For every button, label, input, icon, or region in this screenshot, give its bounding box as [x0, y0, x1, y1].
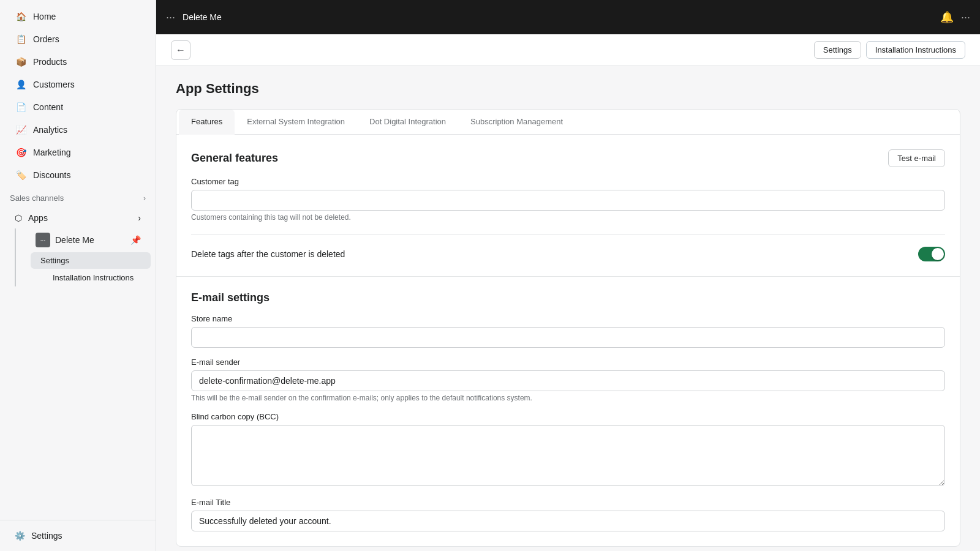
topbar-right: 🔔 ··· — [940, 10, 970, 24]
settings-button[interactable]: Settings — [814, 41, 861, 59]
secondary-bar: ← Settings Installation Instructions — [156, 34, 980, 66]
apps-icon: ⬡ — [15, 213, 22, 223]
sidebar-item-analytics[interactable]: 📈 Analytics — [5, 119, 151, 141]
topbar-dots-icon: ··· — [166, 11, 175, 24]
products-icon: 📦 — [15, 56, 27, 68]
sidebar-item-content[interactable]: 📄 Content — [5, 96, 151, 118]
sidebar-item-label: Marketing — [33, 148, 70, 157]
sidebar-sales-channels[interactable]: Sales channels › — [0, 189, 156, 208]
tab-external[interactable]: External System Integration — [235, 110, 357, 135]
indent-content: ··· Delete Me 📌 Settings Installation In… — [21, 228, 156, 287]
email-settings-section: E-mail settings Store name E-mail sender… — [176, 277, 960, 546]
customer-tag-input[interactable] — [191, 190, 945, 211]
settings-bottom-icon: ⚙️ — [15, 531, 25, 541]
settings-card: Features External System Integration Dot… — [176, 109, 960, 547]
analytics-icon: 📈 — [15, 124, 27, 136]
tab-dot[interactable]: Dot Digital Integration — [357, 110, 458, 135]
sidebar-item-products[interactable]: 📦 Products — [5, 51, 151, 73]
tabs: Features External System Integration Dot… — [176, 110, 960, 135]
pin-icon: 📌 — [130, 235, 141, 245]
sidebar-item-orders[interactable]: 📋 Orders — [5, 28, 151, 50]
sidebar-bottom: ⚙️ Settings — [0, 520, 156, 551]
sidebar-item-label: Products — [33, 57, 67, 67]
sidebar-item-discounts[interactable]: 🏷️ Discounts — [5, 164, 151, 186]
sidebar-item-installation-instructions[interactable]: Installation Instructions — [31, 269, 151, 286]
installation-instructions-button[interactable]: Installation Instructions — [866, 41, 965, 59]
marketing-icon: 🎯 — [15, 146, 27, 159]
email-title-input[interactable] — [191, 511, 945, 531]
store-name-label: Store name — [191, 314, 945, 323]
sidebar-item-label: Content — [33, 102, 63, 112]
email-title-label: E-mail Title — [191, 498, 945, 507]
bell-icon[interactable]: 🔔 — [940, 10, 954, 24]
sidebar-item-label: Orders — [33, 34, 59, 44]
sidebar-item-settings-bottom[interactable]: ⚙️ Settings — [5, 526, 151, 545]
delete-me-app-icon: ··· — [36, 233, 50, 247]
email-settings-title: E-mail settings — [191, 291, 945, 304]
store-name-input[interactable] — [191, 327, 945, 348]
content-icon: 📄 — [15, 101, 27, 113]
customer-tag-label: Customer tag — [191, 177, 945, 186]
page-title: App Settings — [176, 81, 960, 97]
customer-tag-helper: Customers containing this tag will not b… — [191, 213, 945, 222]
chevron-icon: › — [143, 194, 146, 203]
delete-tags-toggle[interactable] — [918, 247, 945, 261]
sidebar-item-home[interactable]: 🏠 Home — [5, 6, 151, 28]
topbar-app-name: Delete Me — [183, 12, 222, 22]
sidebar-item-label: Customers — [33, 80, 75, 89]
bcc-label: Blind carbon copy (BCC) — [191, 412, 945, 421]
sidebar-item-customers[interactable]: 👤 Customers — [5, 73, 151, 96]
sidebar-apps[interactable]: ⬡ Apps › — [5, 208, 151, 228]
general-features-section: General features Test e-mail Customer ta… — [176, 135, 960, 261]
discounts-icon: 🏷️ — [15, 169, 27, 181]
apps-expanded: ··· Delete Me 📌 Settings Installation In… — [0, 228, 156, 287]
test-email-button[interactable]: Test e-mail — [888, 149, 945, 167]
back-button[interactable]: ← — [171, 40, 190, 60]
email-sender-input[interactable] — [191, 370, 945, 391]
home-icon: 🏠 — [15, 10, 27, 23]
indent-bar — [15, 228, 16, 287]
divider — [191, 234, 945, 234]
sidebar-item-label: Analytics — [33, 125, 67, 135]
chevron-icon: › — [138, 213, 141, 223]
topbar: ··· Delete Me 🔔 ··· — [156, 0, 980, 34]
email-sender-helper: This will be the e-mail sender on the co… — [191, 394, 945, 402]
tab-subscription[interactable]: Subscription Management — [458, 110, 575, 135]
email-sender-label: E-mail sender — [191, 358, 945, 367]
sidebar-delete-me[interactable]: ··· Delete Me 📌 — [26, 229, 151, 251]
general-features-title: General features Test e-mail — [191, 149, 945, 167]
delete-tags-row: Delete tags after the customer is delete… — [191, 247, 945, 261]
main-area: ··· Delete Me 🔔 ··· ← Settings Installat… — [156, 0, 980, 551]
content-area: App Settings Features External System In… — [156, 66, 980, 551]
sidebar-item-marketing[interactable]: 🎯 Marketing — [5, 141, 151, 163]
sidebar-item-label: Discounts — [33, 170, 70, 180]
sidebar-nav: 🏠 Home 📋 Orders 📦 Products 👤 Customers 📄… — [0, 0, 156, 520]
orders-icon: 📋 — [15, 33, 27, 45]
delete-me-subnav: Settings Installation Instructions — [21, 252, 156, 287]
delete-tags-label: Delete tags after the customer is delete… — [191, 249, 345, 259]
toggle-knob — [932, 248, 944, 260]
sidebar: 🏠 Home 📋 Orders 📦 Products 👤 Customers 📄… — [0, 0, 156, 551]
secondary-bar-actions: Settings Installation Instructions — [814, 41, 965, 59]
sidebar-item-label: Home — [33, 12, 56, 21]
more-icon[interactable]: ··· — [961, 11, 970, 24]
bcc-input[interactable] — [191, 425, 945, 486]
sidebar-item-settings[interactable]: Settings — [31, 252, 151, 269]
tab-features[interactable]: Features — [179, 110, 235, 135]
customers-icon: 👤 — [15, 78, 27, 91]
